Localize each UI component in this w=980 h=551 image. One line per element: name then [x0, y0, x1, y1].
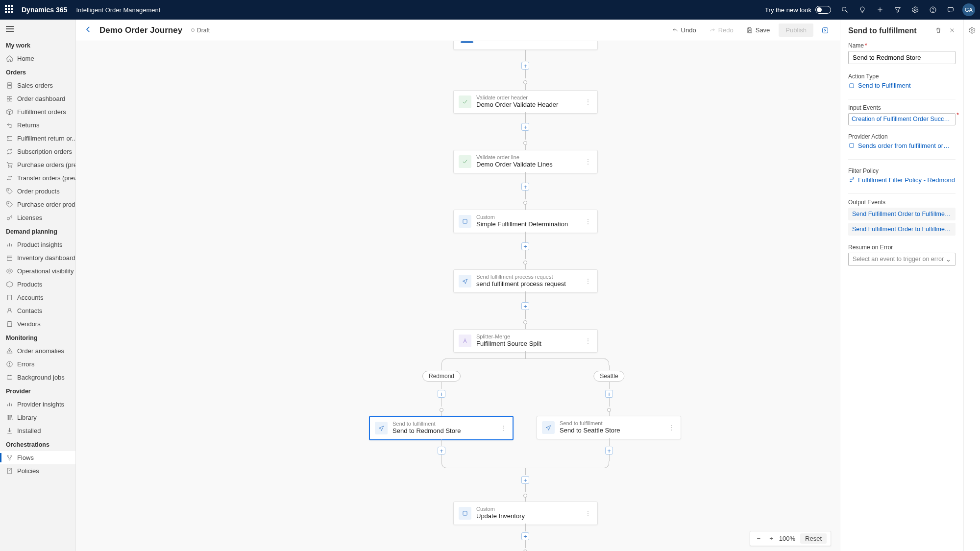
- sidebar-item-orderdashboard[interactable]: Order dashboard: [0, 92, 75, 105]
- redo-button[interactable]: Redo: [705, 24, 737, 36]
- add-step-button[interactable]: +: [521, 476, 529, 484]
- input-events-field[interactable]: Creation of Fulfillment Order Succeed...…: [848, 113, 956, 125]
- lightbulb-icon[interactable]: [854, 0, 871, 20]
- svg-point-31: [8, 309, 11, 311]
- input-event-chip[interactable]: Creation of Fulfillment Order Succeed...…: [852, 116, 952, 123]
- filter-small-icon: [848, 176, 855, 183]
- output-event-2[interactable]: Send Fulfillment Order to Fulfillment ..…: [848, 223, 956, 236]
- sidebar-item-policies[interactable]: Policies: [0, 464, 75, 478]
- sidebar-item-transferorders[interactable]: Transfer orders (previ...: [0, 171, 75, 185]
- sidebar-item-purchaseorders[interactable]: Purchase orders (pre...: [0, 158, 75, 171]
- flow-node-update-inventory[interactable]: CustomUpdate Inventory ⋮: [453, 502, 598, 525]
- add-step-button[interactable]: +: [521, 242, 529, 250]
- flow-node-custom-determination[interactable]: CustomSimple Fulfillment Determination ⋮: [453, 210, 598, 233]
- add-step-button[interactable]: +: [521, 532, 529, 540]
- zoom-reset-button[interactable]: Reset: [800, 533, 827, 544]
- flow-node-validate-lines[interactable]: Validate order lineDemo Order Validate L…: [453, 150, 598, 173]
- sidebar-item-flows[interactable]: Flows: [0, 451, 75, 464]
- svg-rect-58: [850, 144, 854, 147]
- right-rail: [963, 20, 980, 551]
- sidebar-item-productinsights[interactable]: Product insights: [0, 238, 75, 251]
- sidebar-item-salesorders[interactable]: Sales orders: [0, 79, 75, 92]
- node-more-icon[interactable]: ⋮: [584, 509, 592, 517]
- sidebar-item-accounts[interactable]: Accounts: [0, 291, 75, 304]
- back-button[interactable]: [84, 25, 95, 36]
- action-type-link[interactable]: Send to Fulfillment: [848, 82, 956, 89]
- node-more-icon[interactable]: ⋮: [584, 277, 592, 285]
- add-icon[interactable]: [871, 0, 889, 20]
- node-more-icon[interactable]: ⋮: [584, 98, 592, 106]
- delete-button[interactable]: [935, 27, 942, 35]
- sidebar-item-returns[interactable]: Returns: [0, 119, 75, 132]
- flow-node-send-redmond[interactable]: Send to fulfillmentSend to Redmond Store…: [369, 416, 514, 440]
- undo-button[interactable]: Undo: [668, 24, 700, 36]
- search-icon[interactable]: [836, 0, 854, 20]
- chat-icon[interactable]: [942, 0, 959, 20]
- sidebar-item-errors[interactable]: Errors: [0, 358, 75, 371]
- sidebar-item-backgroundjobs[interactable]: Background jobs: [0, 371, 75, 384]
- sidebar-item-home[interactable]: Home: [0, 52, 75, 65]
- sidebar-item-vendors[interactable]: Vendors: [0, 317, 75, 331]
- add-step-button[interactable]: +: [521, 302, 529, 310]
- publish-button[interactable]: Publish: [779, 24, 813, 37]
- flow-node-splitter[interactable]: Splitter-MergeFulfillment Source Split ⋮: [453, 329, 598, 353]
- copilot-button[interactable]: [818, 24, 832, 37]
- sidebar-item-installed[interactable]: Installed: [0, 424, 75, 437]
- sidebar-item-licenses[interactable]: Licenses: [0, 211, 75, 224]
- sidebar-item-orderproducts[interactable]: Order products: [0, 185, 75, 198]
- flow-node-partial-top[interactable]: [453, 41, 598, 50]
- branch-label-left[interactable]: Redmond: [422, 371, 461, 382]
- settings-rail-icon[interactable]: [966, 24, 978, 38]
- zoom-out-button[interactable]: −: [754, 534, 764, 543]
- node-more-icon[interactable]: ⋮: [584, 158, 592, 166]
- brand-label: Dynamics 365: [22, 6, 67, 14]
- name-input[interactable]: [848, 51, 956, 64]
- branch-label-right[interactable]: Seattle: [593, 371, 624, 382]
- node-more-icon[interactable]: ⋮: [667, 424, 676, 431]
- node-more-icon[interactable]: ⋮: [584, 217, 592, 225]
- sidebar-item-purchaseorderprod[interactable]: Purchase order prod...: [0, 198, 75, 211]
- help-icon[interactable]: [924, 0, 942, 20]
- zoom-in-button[interactable]: +: [766, 534, 776, 543]
- sidebar-item-products[interactable]: Products: [0, 278, 75, 291]
- sidebar-item-fulfillmentreturn[interactable]: Fulfillment return or...: [0, 132, 75, 145]
- sidebar-item-fulfillmentorders[interactable]: Fulfillment orders: [0, 105, 75, 119]
- app-launcher-icon[interactable]: [5, 5, 15, 15]
- sidebar-item-subscription[interactable]: Subscription orders: [0, 145, 75, 158]
- provider-action-link[interactable]: Sends order from fulfillment order to de…: [848, 142, 956, 149]
- settings-icon[interactable]: [906, 0, 924, 20]
- resume-select[interactable]: Select an event to trigger on error ⌄: [848, 253, 956, 266]
- flow-canvas[interactable]: + Validate order headerDemo Order Valida…: [76, 41, 840, 551]
- box-icon: [6, 108, 13, 116]
- add-step-button[interactable]: +: [438, 390, 445, 398]
- inventory-icon: [6, 254, 13, 262]
- filter-icon[interactable]: [889, 0, 906, 20]
- sidebar-item-opvisibility[interactable]: Operational visibility ...: [0, 264, 75, 278]
- save-button[interactable]: Save: [742, 24, 774, 36]
- node-more-icon[interactable]: ⋮: [584, 337, 592, 345]
- add-step-button[interactable]: +: [521, 123, 529, 131]
- filter-policy-link[interactable]: Fulfillment Filter Policy - Redmond: [848, 176, 956, 184]
- try-new-look-toggle[interactable]: Try the new look: [765, 6, 831, 14]
- sidebar-item-inventorydash[interactable]: Inventory dashboard: [0, 251, 75, 264]
- sidebar-item-anomalies[interactable]: Order anomalies: [0, 344, 75, 358]
- output-event-1[interactable]: Send Fulfillment Order to Fulfillment ..…: [848, 208, 956, 220]
- flow-node-send-seattle[interactable]: Send to fulfillmentSend to Seattle Store…: [537, 416, 681, 439]
- add-step-button[interactable]: +: [605, 447, 613, 455]
- add-step-button[interactable]: +: [438, 447, 445, 455]
- sidebar-item-library[interactable]: Library: [0, 411, 75, 424]
- panel-title: Send to fulfillment: [848, 26, 917, 35]
- sidebar-collapse-button[interactable]: [0, 20, 75, 38]
- flow-node-send-fulfill-request[interactable]: Send fulfillment process requestsend ful…: [453, 269, 598, 293]
- sidebar-item-providerinsights[interactable]: Provider insights: [0, 398, 75, 411]
- node-more-icon[interactable]: ⋮: [499, 424, 508, 432]
- add-step-button[interactable]: +: [521, 62, 529, 70]
- connector-dot: [523, 320, 527, 324]
- building-icon: [6, 294, 13, 301]
- sidebar-item-contacts[interactable]: Contacts: [0, 304, 75, 317]
- close-button[interactable]: [949, 27, 956, 35]
- user-avatar[interactable]: GA: [962, 3, 975, 16]
- add-step-button[interactable]: +: [521, 183, 529, 191]
- add-step-button[interactable]: +: [605, 390, 613, 398]
- flow-node-validate-header[interactable]: Validate order headerDemo Order Validate…: [453, 90, 598, 114]
